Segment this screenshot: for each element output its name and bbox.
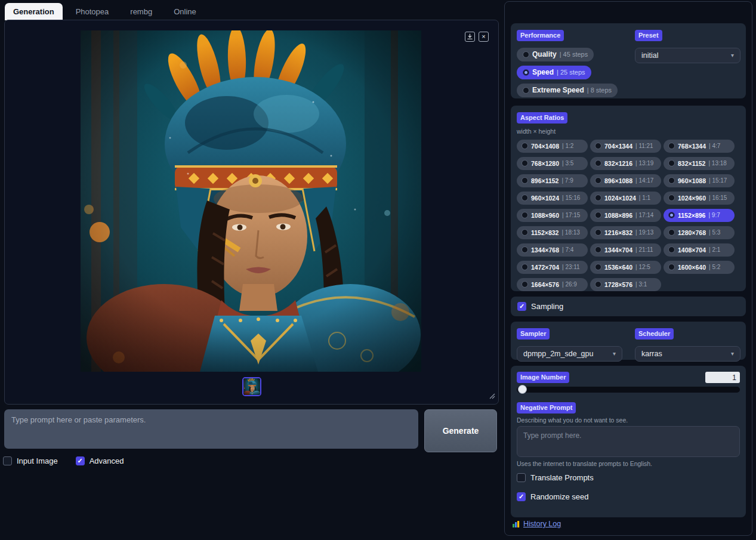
aspect-ratio-option[interactable]: 704×1344 | 11:21 bbox=[590, 140, 661, 153]
radio-icon bbox=[522, 212, 528, 218]
sampler-dropdown[interactable]: dpmpp_2m_sde_gpu ▾ bbox=[517, 346, 622, 362]
radio-icon bbox=[522, 143, 528, 149]
sampling-section: ✓ Sampling bbox=[511, 297, 746, 316]
performance-options: Quality | 45 steps Speed | 25 steps Extr… bbox=[517, 48, 618, 101]
history-log-icon bbox=[512, 520, 520, 528]
image-number-input[interactable] bbox=[705, 372, 740, 383]
radio-icon bbox=[523, 87, 529, 94]
left-tabbar: GenerationPhotopearembgOnline bbox=[5, 3, 205, 20]
aspect-ratio-option[interactable]: 1280×768 | 5:3 bbox=[664, 226, 735, 239]
radio-icon bbox=[522, 160, 528, 166]
translate-info: Uses the internet to translate prompts t… bbox=[517, 460, 740, 467]
radio-icon bbox=[595, 160, 601, 166]
chevron-down-icon: ▾ bbox=[613, 350, 616, 357]
image-number-slider[interactable] bbox=[517, 387, 740, 393]
sampling-checkbox[interactable]: ✓ Sampling bbox=[517, 302, 563, 311]
prompt-input[interactable] bbox=[4, 409, 418, 449]
download-icon bbox=[467, 33, 473, 40]
aspect-ratio-option[interactable]: 960×1088 | 15:17 bbox=[664, 174, 735, 187]
aspect-ratio-option[interactable]: 832×1216 | 13:19 bbox=[590, 157, 661, 170]
radio-icon bbox=[668, 229, 675, 236]
aspect-ratio-option[interactable]: 704×1408 | 1:2 bbox=[517, 140, 588, 153]
checkbox-checked-icon: ✓ bbox=[517, 302, 526, 311]
performance-label: Performance bbox=[517, 30, 564, 41]
aspect-ratio-option[interactable]: 1728×576 | 3:1 bbox=[590, 278, 661, 291]
randomize-seed-checkbox[interactable]: ✓ Randomize seed bbox=[517, 492, 740, 501]
scheduler-value: karras bbox=[641, 350, 662, 358]
radio-icon bbox=[595, 177, 601, 184]
tab[interactable]: Photopea bbox=[67, 3, 118, 20]
performance-preset-section: Performance Quality | 45 steps Speed | 2… bbox=[511, 23, 746, 98]
radio-icon bbox=[523, 69, 529, 76]
aspect-ratio-option[interactable]: 896×1088 | 14:17 bbox=[590, 174, 661, 187]
generated-image[interactable] bbox=[81, 30, 421, 372]
performance-column: Performance Quality | 45 steps Speed | 2… bbox=[517, 29, 618, 101]
chevron-down-icon: ▾ bbox=[731, 350, 734, 357]
radio-icon bbox=[522, 195, 528, 201]
scheduler-label: Scheduler bbox=[635, 328, 674, 340]
aspect-ratio-option[interactable]: 832×1152 | 13:18 bbox=[664, 157, 735, 170]
aspect-ratio-option[interactable]: 1600×640 | 5:2 bbox=[664, 261, 735, 274]
aspect-ratio-option[interactable]: 1024×960 | 16:15 bbox=[664, 192, 735, 205]
aspect-ratio-option[interactable]: 1024×1024 | 1:1 bbox=[590, 192, 661, 205]
close-icon: × bbox=[482, 33, 485, 40]
input-image-label: Input Image bbox=[17, 456, 58, 465]
negative-prompt-input[interactable] bbox=[517, 426, 740, 457]
aspect-ratio-option[interactable]: 768×1344 | 4:7 bbox=[664, 140, 735, 153]
image-preview-panel: × bbox=[4, 20, 499, 405]
aspect-ratio-option[interactable]: 1216×832 | 19:13 bbox=[590, 226, 661, 239]
sampler-value: dpmpp_2m_sde_gpu bbox=[523, 350, 593, 358]
aspect-ratio-option[interactable]: 1152×896 | 9:7 bbox=[664, 209, 735, 222]
aspect-ratio-option[interactable]: 1344×768 | 7:4 bbox=[517, 243, 588, 257]
checkbox-unchecked-icon bbox=[3, 456, 12, 465]
aspect-ratio-option[interactable]: 1088×960 | 17:15 bbox=[517, 209, 588, 222]
aspect-ratio-option[interactable]: 1152×832 | 18:13 bbox=[517, 226, 588, 239]
aspect-ratio-option[interactable]: 960×1024 | 15:16 bbox=[517, 192, 588, 205]
sampler-column: Sampler dpmpp_2m_sde_gpu ▾ bbox=[517, 328, 622, 362]
sampler-label: Sampler bbox=[517, 328, 550, 340]
radio-icon bbox=[668, 143, 675, 149]
aspect-ratio-option[interactable]: 1408×704 | 2:1 bbox=[664, 243, 735, 257]
randomize-seed-label: Randomize seed bbox=[530, 492, 589, 501]
tab[interactable]: Online bbox=[165, 3, 205, 20]
sampling-label: Sampling bbox=[531, 302, 563, 311]
aspect-ratio-option[interactable]: 1536×640 | 12:5 bbox=[590, 261, 661, 274]
tab[interactable]: Generation bbox=[5, 3, 63, 20]
aspect-ratio-option[interactable]: 896×1152 | 7:9 bbox=[517, 174, 588, 187]
download-image-button[interactable] bbox=[465, 32, 475, 42]
aspect-ratio-option[interactable]: 1344×704 | 21:11 bbox=[590, 243, 661, 257]
gallery-thumbnail[interactable] bbox=[242, 377, 261, 396]
slider-thumb[interactable] bbox=[518, 385, 527, 394]
preset-dropdown[interactable]: initial ▾ bbox=[635, 48, 740, 63]
translate-prompts-checkbox[interactable]: Translate Prompts bbox=[517, 473, 740, 482]
radio-icon bbox=[668, 246, 675, 253]
performance-option[interactable]: Quality | 45 steps bbox=[517, 48, 594, 61]
translate-prompts-label: Translate Prompts bbox=[530, 473, 594, 482]
aspect-ratio-option[interactable]: 1472×704 | 23:11 bbox=[517, 261, 588, 274]
close-preview-button[interactable]: × bbox=[479, 32, 489, 42]
aspect-ratio-option[interactable]: 1664×576 | 26:9 bbox=[517, 278, 588, 291]
negative-prompt-info: Describing what you do not want to see. bbox=[517, 416, 740, 424]
tab-label: Photopea bbox=[76, 7, 109, 16]
input-image-checkbox[interactable]: Input Image bbox=[3, 456, 58, 465]
generated-image-artwork bbox=[81, 30, 421, 372]
aspect-ratio-option[interactable]: 768×1280 | 3:5 bbox=[517, 157, 588, 170]
advanced-label: Advanced bbox=[90, 456, 124, 465]
resize-handle[interactable] bbox=[489, 391, 495, 402]
tab[interactable]: rembg bbox=[122, 3, 161, 20]
advanced-checkbox[interactable]: ✓ Advanced bbox=[76, 456, 124, 465]
history-log-link[interactable]: History Log bbox=[523, 520, 561, 528]
radio-icon bbox=[595, 195, 601, 201]
generate-button[interactable]: Generate bbox=[424, 409, 497, 452]
scheduler-dropdown[interactable]: karras ▾ bbox=[635, 346, 740, 362]
checkbox-unchecked-icon bbox=[517, 473, 526, 482]
radio-icon bbox=[595, 246, 601, 253]
performance-option[interactable]: Extreme Speed | 8 steps bbox=[517, 84, 618, 97]
aspect-ratio-option[interactable]: 1088×896 | 17:14 bbox=[590, 209, 661, 222]
radio-icon bbox=[595, 229, 601, 236]
radio-icon bbox=[522, 246, 528, 253]
performance-option[interactable]: Speed | 25 steps bbox=[517, 66, 591, 79]
image-number-row: Image Number bbox=[517, 372, 740, 383]
resize-handle-icon bbox=[489, 393, 495, 399]
chevron-down-icon: ▾ bbox=[731, 52, 734, 58]
